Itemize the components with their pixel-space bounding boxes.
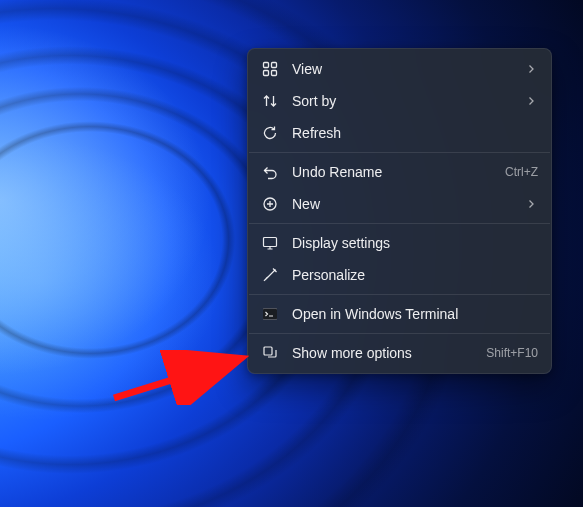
menu-divider: [249, 223, 550, 224]
menu-item-label: Display settings: [292, 235, 538, 251]
chevron-right-icon: [524, 96, 538, 106]
menu-item-new[interactable]: New: [248, 188, 551, 220]
chevron-right-icon: [524, 64, 538, 74]
svg-rect-5: [264, 238, 277, 247]
menu-item-label: Sort by: [292, 93, 514, 109]
menu-divider: [249, 333, 550, 334]
svg-rect-2: [264, 71, 269, 76]
svg-rect-0: [264, 63, 269, 68]
sort-icon: [261, 92, 279, 110]
menu-divider: [249, 152, 550, 153]
menu-item-shortcut: Shift+F10: [486, 346, 538, 360]
menu-item-label: Undo Rename: [292, 164, 495, 180]
svg-rect-3: [272, 71, 277, 76]
menu-item-undo-rename[interactable]: Undo Rename Ctrl+Z: [248, 156, 551, 188]
menu-item-sort-by[interactable]: Sort by: [248, 85, 551, 117]
refresh-icon: [261, 124, 279, 142]
terminal-icon: [261, 305, 279, 323]
svg-rect-1: [272, 63, 277, 68]
menu-item-label: Open in Windows Terminal: [292, 306, 538, 322]
personalize-brush-icon: [261, 266, 279, 284]
svg-rect-8: [264, 347, 272, 355]
menu-item-view[interactable]: View: [248, 53, 551, 85]
desktop-context-menu: View Sort by Refresh Undo Rena: [247, 48, 552, 374]
menu-item-label: Show more options: [292, 345, 476, 361]
view-grid-icon: [261, 60, 279, 78]
menu-divider: [249, 294, 550, 295]
show-more-icon: [261, 344, 279, 362]
undo-icon: [261, 163, 279, 181]
menu-item-shortcut: Ctrl+Z: [505, 165, 538, 179]
menu-item-label: New: [292, 196, 514, 212]
menu-item-show-more-options[interactable]: Show more options Shift+F10: [248, 337, 551, 369]
menu-item-personalize[interactable]: Personalize: [248, 259, 551, 291]
display-settings-icon: [261, 234, 279, 252]
new-plus-icon: [261, 195, 279, 213]
menu-item-display-settings[interactable]: Display settings: [248, 227, 551, 259]
menu-item-label: View: [292, 61, 514, 77]
menu-item-label: Personalize: [292, 267, 538, 283]
menu-item-refresh[interactable]: Refresh: [248, 117, 551, 149]
menu-item-label: Refresh: [292, 125, 538, 141]
menu-item-open-terminal[interactable]: Open in Windows Terminal: [248, 298, 551, 330]
chevron-right-icon: [524, 199, 538, 209]
svg-rect-7: [263, 309, 277, 320]
